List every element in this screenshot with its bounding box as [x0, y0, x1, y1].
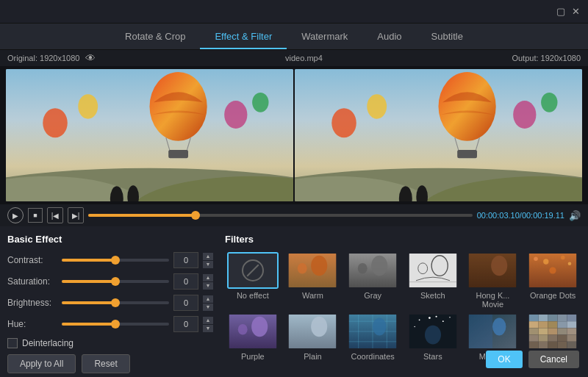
brightness-slider[interactable]	[62, 301, 169, 304]
contrast-slider[interactable]	[62, 259, 169, 262]
basic-effect-panel: Basic Effect Contrast: 0 ▲ ▼ Saturation:…	[7, 234, 213, 373]
svg-point-4	[43, 108, 68, 137]
output-preview	[295, 69, 582, 201]
svg-rect-89	[548, 335, 558, 342]
video-area: Original: 1920x1080 👁 video.mp4 Output: …	[0, 50, 588, 226]
cancel-button[interactable]: Cancel	[528, 351, 579, 368]
contrast-down[interactable]: ▼	[203, 261, 213, 268]
minimize-button[interactable]: ▢	[554, 5, 567, 18]
hue-label: Hue:	[7, 319, 57, 329]
hue-down[interactable]: ▼	[203, 325, 213, 332]
svg-rect-41	[469, 254, 516, 287]
tab-effect-filter[interactable]: Effect & Filter	[200, 25, 287, 49]
svg-point-6	[224, 101, 247, 129]
ok-button[interactable]: OK	[486, 351, 522, 368]
filter-thumb-coordinates	[347, 313, 398, 350]
svg-rect-91	[567, 335, 576, 342]
svg-rect-79	[548, 321, 558, 328]
svg-point-47	[550, 267, 556, 273]
progress-bar[interactable]	[88, 214, 473, 217]
close-button[interactable]: ✕	[569, 5, 582, 18]
svg-rect-11	[168, 150, 188, 158]
original-label: Original: 1920x1080	[7, 54, 79, 62]
brightness-down[interactable]: ▼	[203, 304, 213, 311]
brightness-up[interactable]: ▲	[203, 295, 213, 303]
svg-point-52	[312, 317, 328, 337]
tab-rotate-crop[interactable]: Rotate & Crop	[110, 25, 200, 49]
basic-effect-title: Basic Effect	[7, 234, 213, 245]
contrast-spinner[interactable]: ▲ ▼	[203, 253, 213, 268]
tab-audio[interactable]: Audio	[362, 25, 416, 49]
video-info-bar: Original: 1920x1080 👁 video.mp4 Output: …	[0, 50, 588, 66]
svg-point-7	[252, 93, 268, 112]
action-buttons: Apply to All Reset	[7, 354, 213, 373]
play-button[interactable]: ▶	[7, 207, 24, 223]
svg-rect-70	[469, 315, 492, 348]
svg-rect-75	[558, 315, 567, 321]
filter-label-orange-dots: Orange Dots	[530, 291, 576, 300]
svg-point-50	[238, 324, 248, 335]
stop-button[interactable]: ■	[28, 208, 43, 223]
tab-subtitle[interactable]: Subtitle	[417, 25, 478, 49]
deinterlacing-label: Deinterlacing	[22, 338, 74, 348]
svg-rect-87	[529, 335, 539, 342]
brightness-value: 0	[173, 295, 198, 311]
svg-point-68	[425, 326, 441, 345]
volume-icon[interactable]: 🔊	[569, 210, 581, 221]
filter-stars[interactable]: Stars	[405, 313, 461, 361]
filter-plain[interactable]: Plain	[285, 313, 341, 361]
svg-rect-78	[539, 321, 548, 328]
filter-hongkong[interactable]: Hong K... Movie	[465, 252, 521, 309]
filter-label-hongkong: Hong K... Movie	[465, 291, 521, 309]
dialog-buttons: OK Cancel	[486, 351, 579, 368]
filter-thumb-pixelate	[527, 313, 578, 350]
svg-point-20	[513, 101, 536, 129]
svg-rect-85	[558, 328, 567, 334]
svg-point-45	[561, 256, 565, 260]
filters-title: Filters	[225, 234, 581, 245]
apply-to-all-button[interactable]: Apply to All	[7, 354, 76, 373]
svg-rect-92	[529, 342, 539, 348]
filter-sketch[interactable]: Sketch	[405, 252, 461, 309]
filter-thumb-modern	[467, 313, 518, 350]
svg-rect-86	[567, 328, 576, 334]
hue-up[interactable]: ▲	[203, 317, 213, 324]
playback-controls: ▶ ■ |◀ ▶| 00:00:03.10/00:00:19.11 🔊	[0, 204, 588, 226]
saturation-slider[interactable]	[62, 280, 169, 283]
video-filename: video.mp4	[101, 54, 506, 62]
reset-button[interactable]: Reset	[82, 354, 129, 373]
filter-thumb-stars	[407, 313, 459, 350]
svg-rect-96	[567, 342, 576, 348]
saturation-down[interactable]: ▼	[203, 282, 213, 290]
prev-frame-button[interactable]: |◀	[47, 207, 63, 223]
brightness-spinner[interactable]: ▲ ▼	[203, 295, 213, 311]
filter-coordinates[interactable]: Coordinates	[345, 313, 401, 361]
filter-label-gray: Gray	[364, 291, 381, 300]
filters-grid: No effect Warm	[225, 252, 581, 361]
saturation-spinner[interactable]: ▲ ▼	[203, 274, 213, 290]
next-frame-button[interactable]: ▶|	[68, 207, 84, 223]
svg-rect-82	[529, 328, 539, 334]
filter-purple[interactable]: Purple	[225, 313, 281, 361]
svg-rect-95	[558, 342, 567, 348]
saturation-up[interactable]: ▲	[203, 274, 213, 281]
filter-gray[interactable]: Gray	[345, 252, 401, 309]
filter-thumb-no-effect	[227, 252, 279, 289]
tab-watermark[interactable]: Watermark	[287, 25, 362, 49]
tab-bar: Rotate & Crop Effect & Filter Watermark …	[0, 24, 588, 50]
filter-orange-dots[interactable]: Orange Dots	[525, 252, 581, 309]
filter-warm[interactable]: Warm	[285, 252, 341, 309]
filter-thumb-plain	[287, 313, 338, 350]
svg-point-43	[534, 257, 538, 262]
filter-no-effect[interactable]: No effect	[225, 252, 281, 309]
title-bar: ▢ ✕	[0, 0, 588, 24]
contrast-up[interactable]: ▲	[203, 253, 213, 260]
svg-rect-77	[529, 321, 539, 328]
deinterlacing-checkbox[interactable]	[7, 338, 18, 348]
filter-label-purple: Purple	[241, 352, 265, 361]
hue-spinner[interactable]: ▲ ▼	[203, 317, 213, 332]
hue-slider[interactable]	[62, 323, 169, 326]
time-display: 00:00:03.10/00:00:19.11	[477, 211, 564, 220]
eye-icon[interactable]: 👁	[85, 52, 96, 64]
svg-point-33	[371, 256, 387, 276]
